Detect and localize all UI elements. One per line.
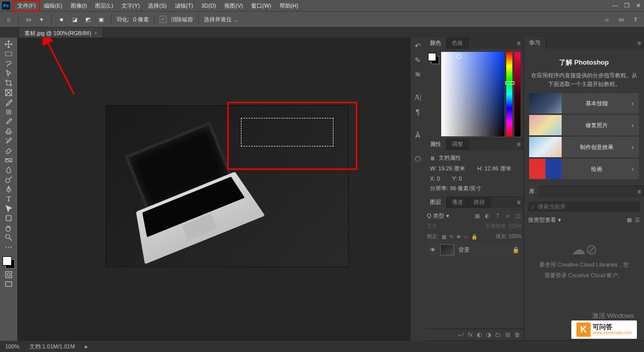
lock-icon[interactable]: 🔒	[512, 247, 519, 253]
selection-new-icon[interactable]: ■	[57, 15, 66, 24]
library-filter-label[interactable]: 按类型查看	[528, 216, 556, 224]
caret-down-icon[interactable]: ▾	[37, 15, 46, 24]
eraser-tool-icon[interactable]	[2, 146, 16, 155]
mask-icon[interactable]: ◐	[477, 331, 482, 338]
window-close-icon[interactable]: ✕	[636, 2, 641, 9]
filter-shape-icon[interactable]: ▱	[504, 213, 511, 219]
prop-h-value[interactable]: 12.86 厘米	[484, 165, 511, 171]
menu-3d[interactable]: 3D(D)	[197, 1, 220, 10]
path-select-tool-icon[interactable]	[2, 204, 16, 213]
brush-settings-icon[interactable]: ≋	[413, 69, 423, 79]
blur-tool-icon[interactable]	[2, 165, 16, 174]
menu-help[interactable]: 帮助(H)	[275, 1, 302, 11]
dodge-tool-icon[interactable]	[2, 175, 16, 184]
eyedropper-tool-icon[interactable]	[2, 98, 16, 107]
healing-tool-icon[interactable]	[2, 107, 16, 116]
tab-properties[interactable]: 属性	[425, 138, 447, 150]
brightness-slider[interactable]	[514, 52, 520, 136]
document-info[interactable]: 文档:1.01M/1.01M	[29, 343, 75, 350]
tutorial-fix-photos[interactable]: 修复照片 ›	[529, 115, 639, 135]
menu-layer[interactable]: 图层(L)	[91, 1, 117, 11]
history-brush-tool-icon[interactable]	[2, 136, 16, 145]
tab-layers[interactable]: 图层	[425, 196, 447, 208]
window-maximize-icon[interactable]: ❐	[624, 2, 630, 9]
tab-color[interactable]: 颜色	[425, 37, 447, 49]
foreground-color-swatch[interactable]	[3, 256, 12, 266]
type-tool-icon[interactable]: T	[2, 194, 16, 203]
grid-view-icon[interactable]: ▦	[627, 217, 632, 223]
adjustment-layer-icon[interactable]: ◑	[486, 331, 491, 338]
tab-channels[interactable]: 通道	[447, 196, 469, 208]
3d-panel-icon[interactable]: ⬡	[413, 154, 423, 164]
menu-filter[interactable]: 滤镜(T)	[171, 1, 197, 11]
prop-x-value[interactable]: 0	[437, 175, 440, 182]
history-panel-icon[interactable]: ↶	[413, 41, 423, 51]
filter-smart-icon[interactable]: ◫	[514, 213, 522, 219]
tutorial-creative-effects[interactable]: 制作创意效果 ›	[529, 137, 639, 157]
lock-trans-icon[interactable]: ▩	[442, 234, 446, 240]
prop-y-value[interactable]: 0	[458, 175, 462, 182]
group-icon[interactable]: 🗀	[495, 331, 501, 338]
prop-w-value[interactable]: 19.26 厘米	[438, 165, 465, 171]
panel-menu-icon[interactable]: ≡	[634, 38, 644, 49]
selection-add-icon[interactable]: ◪	[70, 15, 79, 24]
lock-all-icon[interactable]: 🔒	[471, 234, 477, 240]
layer-row[interactable]: 👁 背景 🔒	[427, 243, 522, 257]
status-chevron-icon[interactable]: ▸	[85, 343, 88, 350]
shape-tool-icon[interactable]	[2, 214, 16, 223]
fx-icon[interactable]: fx	[468, 331, 473, 338]
canvas-area[interactable]	[17, 38, 411, 341]
menu-view[interactable]: 视图(V)	[220, 1, 247, 11]
menu-image[interactable]: 图像(I)	[67, 1, 91, 11]
quickmask-tool-icon[interactable]	[2, 270, 16, 279]
lock-nest-icon[interactable]: ▭	[464, 234, 468, 240]
home-icon[interactable]: ⌂	[4, 15, 13, 24]
window-minimize-icon[interactable]: —	[612, 2, 618, 9]
brush-panel-icon[interactable]: ✎	[413, 55, 423, 65]
antialias-checkbox[interactable]: ✓	[160, 16, 167, 23]
selection-subtract-icon[interactable]: ◩	[83, 15, 93, 24]
zoom-level[interactable]: 100%	[5, 343, 19, 349]
caret-down-icon[interactable]: ▾	[446, 213, 449, 219]
toolbar-more-icon[interactable]: ⋯	[2, 243, 16, 252]
lasso-tool-icon[interactable]	[2, 59, 16, 68]
hand-tool-icon[interactable]	[2, 223, 16, 232]
lock-paint-icon[interactable]: ✎	[449, 234, 453, 240]
zoom-tool-icon[interactable]	[2, 233, 16, 242]
prop-res-value[interactable]: 96 像素/英寸	[450, 185, 481, 191]
tool-preset-icon[interactable]: ▭	[24, 15, 33, 24]
panel-menu-icon[interactable]: ≡	[634, 186, 644, 197]
tab-learn[interactable]: 学习	[524, 37, 546, 49]
search-icon[interactable]: ⌕	[602, 15, 611, 24]
layer-thumbnail[interactable]	[440, 244, 454, 255]
quick-select-tool-icon[interactable]	[2, 69, 16, 78]
filter-pixel-icon[interactable]: ▦	[474, 213, 481, 219]
visibility-icon[interactable]: 👁	[429, 247, 436, 253]
selection-intersect-icon[interactable]: ▣	[97, 15, 106, 24]
color-swatch-tool[interactable]	[2, 255, 16, 270]
caret-down-icon[interactable]: ▾	[558, 217, 561, 223]
tab-libraries[interactable]: 库	[524, 186, 540, 197]
menu-edit[interactable]: 编辑(E)	[40, 1, 67, 11]
share-icon[interactable]: ⇪	[631, 15, 640, 24]
color-mini-swatch[interactable]	[428, 53, 439, 64]
paragraph-panel-icon[interactable]: ¶	[413, 107, 423, 117]
lock-pos-icon[interactable]: ✥	[456, 234, 461, 240]
panel-menu-icon[interactable]: ≡	[514, 38, 524, 49]
opacity-value[interactable]: 100%	[508, 223, 522, 229]
gradient-tool-icon[interactable]	[2, 156, 16, 165]
menu-select[interactable]: 选择(S)	[144, 1, 171, 11]
brush-tool-icon[interactable]	[2, 117, 16, 126]
tab-swatches[interactable]: 色板	[447, 37, 469, 49]
menu-type[interactable]: 文字(Y)	[117, 1, 144, 11]
character-panel-icon[interactable]: A|	[413, 93, 423, 103]
layer-name[interactable]: 背景	[458, 246, 470, 254]
panel-menu-icon[interactable]: ≡	[514, 197, 524, 208]
panel-menu-icon[interactable]: ≡	[514, 139, 524, 150]
menu-window[interactable]: 窗口(W)	[247, 1, 275, 11]
tab-adjustments[interactable]: 调整	[447, 138, 469, 150]
feather-value[interactable]: 0 像素	[133, 16, 149, 23]
menu-file[interactable]: 文件(F)	[13, 1, 40, 11]
glyphs-panel-icon[interactable]: Ā	[413, 130, 423, 140]
workspace-icon[interactable]: ▭	[617, 15, 626, 24]
